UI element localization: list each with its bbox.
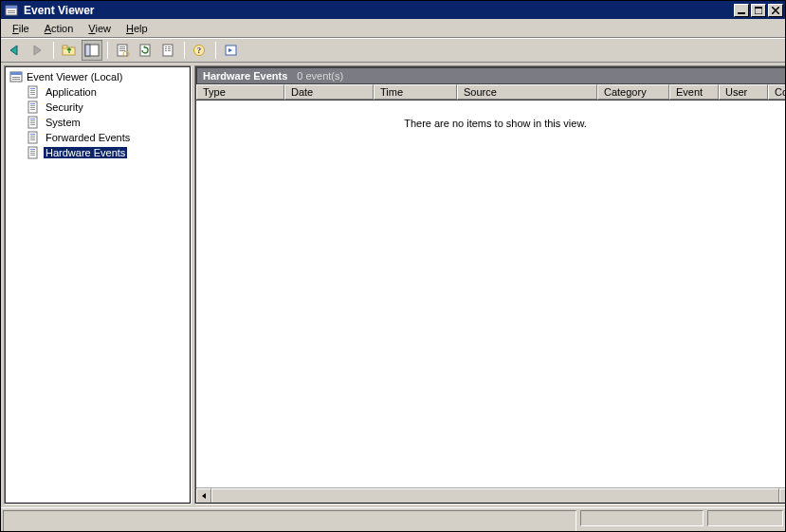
svg-rect-29	[10, 72, 22, 75]
list-body[interactable]: There are no items to show in this view.	[196, 101, 786, 487]
column-header-time[interactable]: Time	[374, 84, 457, 100]
svg-rect-43	[30, 119, 35, 119]
status-bar	[1, 507, 785, 528]
column-header-source[interactable]: Source	[457, 84, 597, 100]
title-bar: Event Viewer	[1, 1, 785, 19]
svg-rect-12	[85, 45, 90, 56]
svg-rect-51	[30, 139, 35, 140]
menu-action[interactable]: Action	[37, 21, 82, 36]
tree-pane: Event Viewer (Local) ApplicationSecurity…	[4, 65, 192, 504]
scroll-left-button[interactable]	[196, 488, 211, 504]
tree-item-label: System	[44, 117, 82, 128]
tree-item-label: Forwarded Events	[44, 132, 132, 143]
tree-root-label: Event Viewer (Local)	[27, 71, 122, 83]
menu-view[interactable]: View	[81, 21, 119, 36]
svg-rect-55	[30, 153, 35, 154]
status-section-2	[707, 510, 783, 526]
column-header-co[interactable]: Co	[768, 84, 786, 100]
svg-rect-22	[168, 48, 171, 49]
column-header-user[interactable]: User	[719, 84, 768, 100]
log-icon	[27, 131, 40, 144]
svg-rect-50	[30, 138, 35, 138]
log-icon	[27, 146, 40, 159]
maximize-button[interactable]	[751, 4, 766, 17]
tree-root[interactable]: Event Viewer (Local)	[9, 69, 186, 84]
horizontal-scrollbar[interactable]	[196, 487, 786, 503]
svg-rect-36	[30, 94, 35, 95]
close-button[interactable]	[768, 4, 783, 17]
tree-view[interactable]: Event Viewer (Local) ApplicationSecurity…	[6, 67, 190, 162]
content-title: Hardware Events	[203, 70, 287, 82]
svg-rect-53	[30, 149, 35, 150]
toolbar: ?	[1, 38, 785, 63]
svg-rect-44	[30, 120, 35, 121]
tree-item-system[interactable]: System	[27, 115, 186, 130]
svg-rect-38	[30, 103, 35, 104]
svg-rect-24	[168, 50, 171, 51]
tree-item-forwarded-events[interactable]: Forwarded Events	[27, 130, 186, 145]
svg-rect-6	[755, 7, 762, 9]
window-buttons	[732, 4, 783, 17]
scroll-right-button[interactable]	[779, 488, 786, 504]
export-list-button[interactable]	[158, 40, 179, 61]
scroll-thumb[interactable]	[211, 488, 779, 504]
log-icon	[27, 116, 40, 129]
svg-rect-45	[30, 122, 35, 123]
back-button[interactable]	[5, 40, 26, 61]
tree-item-label: Application	[44, 86, 99, 98]
svg-rect-40	[30, 107, 35, 108]
column-header-type[interactable]: Type	[196, 84, 284, 100]
log-icon	[27, 85, 40, 99]
column-header-date[interactable]: Date	[284, 84, 374, 100]
menu-file[interactable]: File	[5, 21, 37, 36]
toolbar-separator	[215, 42, 216, 59]
svg-rect-31	[12, 79, 20, 80]
main-area: Event Viewer (Local) ApplicationSecurity…	[1, 63, 785, 507]
svg-rect-39	[30, 105, 35, 106]
up-folder-button[interactable]	[59, 40, 80, 61]
event-viewer-root-icon	[9, 70, 23, 83]
content-pane: Hardware Events 0 event(s) TypeDateTimeS…	[194, 65, 786, 504]
svg-rect-34	[30, 90, 35, 91]
show-hide-console-tree-button[interactable]	[82, 40, 102, 61]
toolbar-separator	[184, 42, 185, 59]
status-main	[3, 510, 576, 532]
column-headers: TypeDateTimeSourceCategoryEventUserCo	[196, 84, 786, 101]
svg-rect-30	[12, 77, 20, 78]
svg-rect-21	[165, 48, 167, 49]
svg-rect-2	[8, 10, 15, 11]
tree-children: ApplicationSecuritySystemForwarded Event…	[27, 84, 186, 160]
svg-rect-35	[30, 92, 35, 93]
svg-rect-20	[168, 46, 171, 47]
tree-item-application[interactable]: Application	[27, 84, 186, 100]
content-count: 0 event(s)	[297, 70, 343, 82]
toolbar-separator	[107, 42, 108, 59]
svg-rect-56	[30, 155, 35, 156]
help-button[interactable]: ?	[190, 40, 210, 61]
toolbar-separator	[53, 42, 54, 59]
column-header-category[interactable]: Category	[597, 84, 669, 100]
menu-help[interactable]: Help	[119, 21, 155, 36]
status-section-1	[580, 510, 704, 526]
refresh-button[interactable]	[136, 40, 156, 61]
tree-item-security[interactable]: Security	[27, 100, 186, 115]
svg-rect-41	[30, 109, 35, 110]
svg-rect-14	[119, 46, 125, 47]
svg-rect-46	[30, 124, 35, 125]
window-title: Event Viewer	[22, 4, 732, 17]
toolbar-extra-button[interactable]	[221, 40, 242, 61]
svg-rect-3	[8, 12, 15, 13]
tree-item-hardware-events[interactable]: Hardware Events	[27, 145, 186, 160]
svg-rect-33	[30, 88, 35, 89]
svg-rect-15	[119, 48, 125, 49]
properties-button[interactable]	[113, 40, 134, 61]
svg-rect-48	[30, 134, 35, 135]
minimize-button[interactable]	[734, 4, 749, 17]
column-header-event[interactable]: Event	[669, 84, 719, 100]
svg-rect-1	[6, 6, 17, 9]
tree-item-label: Security	[44, 101, 85, 113]
svg-rect-19	[165, 46, 167, 47]
menu-bar: File Action View Help	[1, 19, 785, 38]
svg-rect-4	[738, 12, 745, 14]
forward-button[interactable]	[27, 40, 48, 61]
